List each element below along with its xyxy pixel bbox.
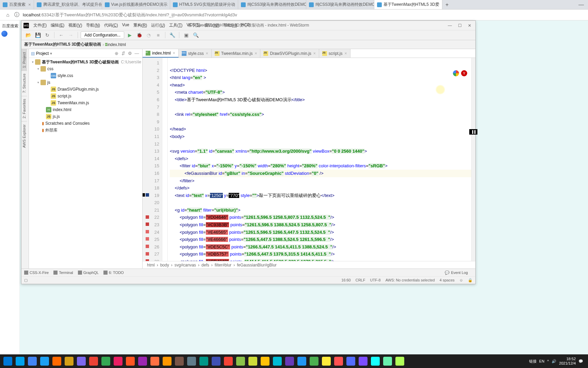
color-swatch[interactable]	[146, 237, 149, 241]
nav-root[interactable]: 基于TweenMax的HTML5 3D爱心破裂动画	[24, 42, 101, 47]
tool-window-tab[interactable]: 7: Structure	[21, 71, 27, 96]
browser-tab[interactable]: Vue.js折线图表插件DEMO演示×	[102, 0, 170, 9]
taskbar-app-icon[interactable]	[51, 355, 63, 367]
taskbar-app-icon[interactable]	[308, 355, 320, 367]
home-icon[interactable]: ⌂	[3, 12, 12, 18]
code-editor[interactable]: 1234567891011121314151617181920212223242…	[143, 58, 475, 261]
back-icon[interactable]: ←	[57, 31, 65, 39]
taskbar-app-icon[interactable]	[63, 355, 75, 367]
taskbar-app-icon[interactable]	[100, 355, 112, 367]
close-icon[interactable]: ×	[313, 51, 316, 56]
taskbar-app-icon[interactable]	[259, 355, 271, 367]
taskbar-app-icon[interactable]	[296, 355, 308, 367]
event-log-tab[interactable]: 💬 Event Log	[445, 271, 468, 275]
collapse-icon[interactable]: ⇵	[120, 51, 127, 56]
menu-item[interactable]: 运行(U)	[149, 22, 167, 29]
color-swatch[interactable]	[146, 259, 149, 261]
taskbar-app-icon[interactable]	[14, 355, 26, 367]
stop-icon[interactable]: ■	[154, 31, 162, 39]
taskbar-app-icon[interactable]	[284, 355, 295, 367]
taskbar-app-icon[interactable]	[161, 355, 173, 367]
taskbar-app-icon[interactable]	[186, 355, 197, 367]
close-icon[interactable]: ×	[345, 51, 347, 56]
layout-icon[interactable]: ▣	[182, 31, 190, 39]
menu-item[interactable]: 代码(C)	[102, 22, 120, 29]
browser-tab[interactable]: 基于TweenMax的HTML5 3D爱×	[374, 0, 442, 9]
menu-item[interactable]: 编辑(E)	[49, 22, 66, 29]
maximize-icon[interactable]: ☐	[458, 23, 462, 28]
target-icon[interactable]: ⊕	[113, 51, 120, 56]
taskbar-app-icon[interactable]	[2, 355, 14, 367]
gear-icon[interactable]: ⚙	[127, 51, 133, 56]
crumb-item[interactable]: filter#blur	[215, 263, 231, 267]
taskbar-app-icon[interactable]	[149, 355, 161, 367]
color-swatch[interactable]	[146, 245, 149, 248]
taskbar-app-icon[interactable]	[210, 355, 222, 367]
taskbar-app-icon[interactable]	[272, 355, 283, 367]
editor-tab[interactable]: JSDrawSVGPlugin.min.js×	[260, 49, 319, 58]
minimize-icon[interactable]: —	[574, 0, 588, 9]
expand-icon[interactable]: ▾	[36, 67, 40, 71]
chevron-up-icon[interactable]: ^	[547, 359, 549, 363]
browser-tab[interactable]: 百度搜索×	[0, 0, 34, 9]
project-tree[interactable]: ▾ 基于TweenMax的HTML5 3D爱心破裂动画C:\Users\le ▾…	[29, 58, 142, 269]
close-icon[interactable]: ×	[206, 51, 208, 56]
taskbar-app-icon[interactable]	[27, 355, 38, 367]
tool-window-tab[interactable]: AWS Explorer	[21, 121, 27, 151]
chrome-icon[interactable]	[453, 70, 459, 76]
color-swatch[interactable]	[146, 223, 149, 226]
ime-indicator[interactable]: EN	[539, 359, 544, 363]
tool-window-tab[interactable]: 2: Favorites	[21, 96, 27, 121]
tool-window-tab[interactable]: 1: Project	[21, 49, 27, 71]
bottom-tab[interactable]: 6: TODO	[103, 271, 124, 275]
tree-row[interactable]: css style.css	[29, 72, 142, 79]
editor-tab[interactable]: JSTweenMax.min.js×	[212, 49, 261, 58]
taskbar-app-icon[interactable]	[112, 355, 124, 367]
taskbar-app-icon[interactable]	[223, 355, 234, 367]
open-icon[interactable]: 📂	[24, 31, 32, 39]
tree-row[interactable]: JS DrawSVGPlugin.min.js	[29, 86, 142, 93]
save-icon[interactable]: 💾	[34, 31, 42, 39]
status-icon[interactable]: ▢	[24, 278, 28, 282]
project-label[interactable]: Project	[36, 51, 49, 56]
tree-row[interactable]: JS TweenMax.min.js	[29, 99, 142, 106]
new-tab-button[interactable]: +	[442, 0, 452, 9]
browser-tab[interactable]: HTML5 SVG实现的星级评分动×	[170, 0, 238, 9]
encoding[interactable]: UTF-8	[370, 278, 380, 282]
menu-item[interactable]: 重构(R)	[132, 22, 149, 29]
close-tab-icon[interactable]: ×	[28, 2, 31, 7]
pause-badge-icon[interactable]: ▐▐	[469, 129, 477, 135]
editor-tab[interactable]: cssstyle.css×	[179, 49, 212, 58]
taskbar-app-icon[interactable]	[125, 355, 136, 367]
url-display[interactable]: localhost:63342/基于TweenMax的HTML5%203D爱心破…	[23, 12, 237, 18]
run-icon[interactable]: ▶	[126, 31, 134, 39]
taskbar-app-icon[interactable]	[370, 355, 381, 367]
notification-icon[interactable]: 💬	[578, 359, 583, 364]
menu-item[interactable]: Vue	[120, 22, 131, 29]
search-icon[interactable]: 🔍	[192, 31, 200, 39]
menu-item[interactable]: 视图(V)	[67, 22, 84, 29]
browser-tab[interactable]: 纯CSS3骏马奔腾动画特效DEMO×	[238, 0, 306, 9]
color-swatch[interactable]	[146, 230, 149, 233]
volume-icon[interactable]: 🔊	[552, 359, 556, 364]
taskbar-app-icon[interactable]	[321, 355, 332, 367]
taskbar-app-icon[interactable]	[137, 355, 148, 367]
close-icon[interactable]: ✕	[468, 23, 471, 28]
close-icon[interactable]: ×	[255, 51, 257, 56]
taskbar-app-icon[interactable]	[235, 355, 246, 367]
sync-icon[interactable]: ↻	[43, 31, 51, 39]
crumb-item[interactable]: feGaussianBlur#gBlur	[237, 263, 277, 267]
info-icon[interactable]: ⓘ	[12, 12, 21, 18]
tree-row[interactable]: ▾ 基于TweenMax的HTML5 3D爱心破裂动画C:\Users\le	[29, 59, 142, 65]
nav-file[interactable]: index.html	[107, 42, 126, 47]
crumb-item[interactable]: html	[147, 263, 155, 267]
tree-row[interactable]: H index.html	[29, 106, 142, 113]
color-swatch[interactable]	[143, 193, 145, 197]
color-swatch[interactable]	[146, 193, 149, 197]
color-swatch[interactable]	[146, 215, 149, 219]
tree-row[interactable]: JS script.js	[29, 93, 142, 99]
taskbar-app-icon[interactable]	[357, 355, 369, 367]
expand-icon[interactable]: ▾	[30, 60, 35, 64]
taskbar-app-icon[interactable]	[382, 355, 393, 367]
coverage-icon[interactable]: ◔	[145, 31, 153, 39]
